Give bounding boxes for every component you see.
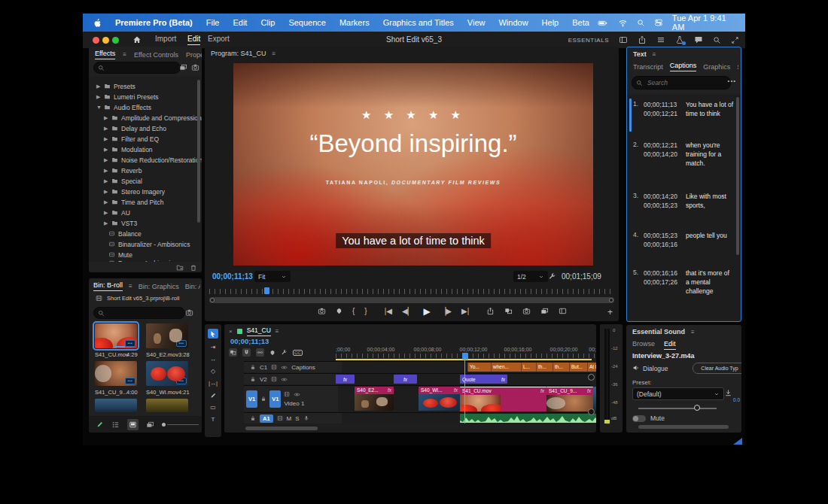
tree-item[interactable]: ▶Lumetri Presets bbox=[89, 92, 202, 102]
tree-item[interactable]: ▶Presets bbox=[89, 81, 202, 91]
selection-tool[interactable] bbox=[208, 329, 218, 339]
timeline-timecode[interactable]: 00;00;11;13 bbox=[230, 337, 269, 345]
panel-scrollbar[interactable] bbox=[638, 425, 729, 429]
thumbnail-view-icon[interactable] bbox=[127, 419, 139, 430]
comment-icon[interactable] bbox=[694, 35, 703, 44]
program-monitor-title[interactable]: Program: S41_CU bbox=[211, 50, 266, 57]
menu-view[interactable]: View bbox=[461, 18, 492, 27]
search-icon[interactable] bbox=[713, 36, 721, 44]
tree-item[interactable]: ▶Modulation bbox=[89, 144, 202, 154]
sync-lock-icon[interactable] bbox=[271, 376, 277, 382]
wifi-icon[interactable] bbox=[618, 18, 628, 28]
workspace-label[interactable]: ESSENTIALS bbox=[568, 37, 609, 44]
tree-item[interactable]: ▶Time and Pitch bbox=[89, 197, 202, 207]
caption-row[interactable]: 4. 00;00;15;2300;00;16;16 people tell yo… bbox=[633, 231, 733, 249]
step-forward-icon[interactable]: ▕▶ bbox=[440, 308, 452, 315]
eye-icon[interactable] bbox=[281, 364, 288, 371]
sync-lock-icon[interactable] bbox=[277, 415, 283, 421]
menu-markers[interactable]: Markers bbox=[333, 18, 376, 27]
timeline-vscroll-bottom[interactable] bbox=[588, 408, 595, 415]
go-to-out-icon[interactable]: ▶| bbox=[461, 308, 469, 315]
workspace-icon[interactable] bbox=[619, 35, 628, 44]
track-v2-label[interactable]: V2 bbox=[260, 376, 267, 383]
monitor-ruler[interactable] bbox=[209, 289, 614, 294]
bin-clip-name[interactable]: S41_CU.mov bbox=[95, 351, 129, 358]
mark-out-icon[interactable]: } bbox=[364, 308, 367, 315]
timeline-playhead-head[interactable] bbox=[462, 353, 468, 360]
lift-icon[interactable] bbox=[486, 307, 495, 315]
tree-item[interactable]: ▼Audio Effects bbox=[89, 102, 202, 112]
hand-tool[interactable]: ▭ bbox=[210, 404, 216, 411]
caption-row[interactable]: 1. 00;00;11;1300;00;12;21 You have a lot… bbox=[633, 100, 733, 118]
eye-icon[interactable] bbox=[281, 376, 288, 383]
multicam-icon[interactable] bbox=[559, 307, 567, 315]
video-clip[interactable] bbox=[593, 387, 596, 411]
beta-feedback-icon[interactable] bbox=[675, 35, 684, 44]
menu-sequence[interactable]: Sequence bbox=[282, 18, 333, 27]
tree-item[interactable]: ▶Reverb bbox=[89, 165, 202, 175]
video-clip[interactable]: S41_CU.movfx bbox=[460, 387, 546, 411]
captions-menu-icon[interactable]: CC bbox=[293, 350, 303, 356]
track-target-a1[interactable]: A1 bbox=[260, 414, 273, 423]
freeform-view-icon[interactable] bbox=[146, 421, 154, 429]
zoom-slider[interactable] bbox=[162, 423, 199, 427]
play-button[interactable]: ▶ bbox=[423, 308, 430, 315]
caption-clip[interactable]: Yo... bbox=[467, 363, 492, 372]
new-custom-bin-icon[interactable] bbox=[176, 264, 184, 272]
add-button-icon[interactable]: + bbox=[607, 307, 613, 317]
progress-dashboard-icon[interactable] bbox=[656, 35, 665, 44]
sync-lock-icon[interactable] bbox=[271, 364, 277, 370]
playback-resolution-select[interactable]: 1/2 bbox=[513, 271, 548, 282]
razor-tool[interactable]: ◇ bbox=[211, 368, 215, 375]
source-patch-v1[interactable]: V1 bbox=[246, 390, 257, 408]
caption-clip[interactable]: th... bbox=[553, 363, 571, 372]
bin-clip-thumbnail[interactable]: ••• bbox=[146, 361, 188, 386]
video-clip[interactable]: S40_E2...fx bbox=[355, 387, 394, 411]
tab-captions[interactable]: Captions bbox=[670, 62, 697, 71]
effects-search-input[interactable] bbox=[108, 63, 176, 72]
timeline-hscrollbar[interactable] bbox=[245, 427, 318, 430]
tree-item[interactable]: Balance bbox=[89, 229, 202, 238]
accepted-effects-icon[interactable] bbox=[179, 63, 187, 71]
video-clip[interactable]: S41_CU_9...fx bbox=[546, 387, 593, 411]
tree-item[interactable]: ▶Delay and Echo bbox=[89, 123, 202, 133]
add-marker-icon[interactable] bbox=[336, 308, 342, 314]
delete-icon[interactable] bbox=[190, 264, 197, 272]
track-select-tool[interactable]: ⇥ bbox=[211, 344, 216, 351]
mark-in-icon[interactable]: { bbox=[352, 308, 355, 315]
gain-value[interactable]: 0.0 bbox=[733, 397, 740, 402]
fullscreen-icon[interactable] bbox=[731, 36, 739, 44]
export-frame-icon[interactable] bbox=[318, 307, 326, 315]
battery-icon[interactable] bbox=[596, 18, 609, 28]
audio-effects-icon[interactable] bbox=[191, 63, 199, 71]
tab-bin-audio[interactable]: Bin: Au bbox=[185, 283, 200, 290]
program-video-frame[interactable]: ★ ★ ★ ★ ★ “Beyond inspiring.” TATIANA NA… bbox=[233, 63, 593, 266]
lock-icon[interactable] bbox=[250, 415, 256, 421]
menu-beta[interactable]: Beta bbox=[565, 18, 596, 27]
preset-select[interactable]: (Default) bbox=[632, 387, 724, 400]
caption-row[interactable]: 2. 00;00;12;2100;00;14;20 when you're tr… bbox=[633, 141, 733, 168]
bin-clip-thumbnail[interactable] bbox=[95, 399, 137, 412]
eye-icon[interactable] bbox=[294, 391, 300, 398]
monitor-settings-icon[interactable] bbox=[548, 272, 556, 281]
tab-bin-broll[interactable]: Bin: B-roll bbox=[93, 281, 123, 291]
menu-file[interactable]: File bbox=[199, 18, 227, 27]
captions-search-input[interactable] bbox=[646, 78, 726, 87]
zoom-level-select[interactable]: Fit bbox=[254, 271, 291, 282]
comparison-view-icon[interactable] bbox=[540, 307, 549, 315]
bin-clip-name[interactable]: S40_E2.mov bbox=[146, 351, 178, 358]
menu-help[interactable]: Help bbox=[535, 18, 566, 27]
tree-item[interactable]: Binauralizer - Ambisonics bbox=[89, 239, 202, 249]
sequence-tab[interactable]: S41_CU bbox=[247, 326, 271, 336]
intensity-slider[interactable] bbox=[638, 406, 717, 411]
track-target-v1[interactable]: V1 bbox=[269, 390, 281, 408]
clear-audio-type-button[interactable]: Clear Audio Typ bbox=[693, 363, 741, 374]
nest-toggle-icon[interactable] bbox=[229, 348, 237, 357]
menu-graphics-titles[interactable]: Graphics and Titles bbox=[376, 18, 461, 27]
tab-effects[interactable]: Effects bbox=[95, 50, 115, 59]
type-tool[interactable]: T bbox=[212, 416, 215, 423]
edit-in-progress-icon[interactable] bbox=[96, 421, 104, 428]
more-options-icon[interactable]: ••• bbox=[728, 77, 736, 84]
bin-search[interactable] bbox=[93, 307, 185, 319]
tree-item[interactable]: ▶VST3 bbox=[89, 218, 202, 228]
